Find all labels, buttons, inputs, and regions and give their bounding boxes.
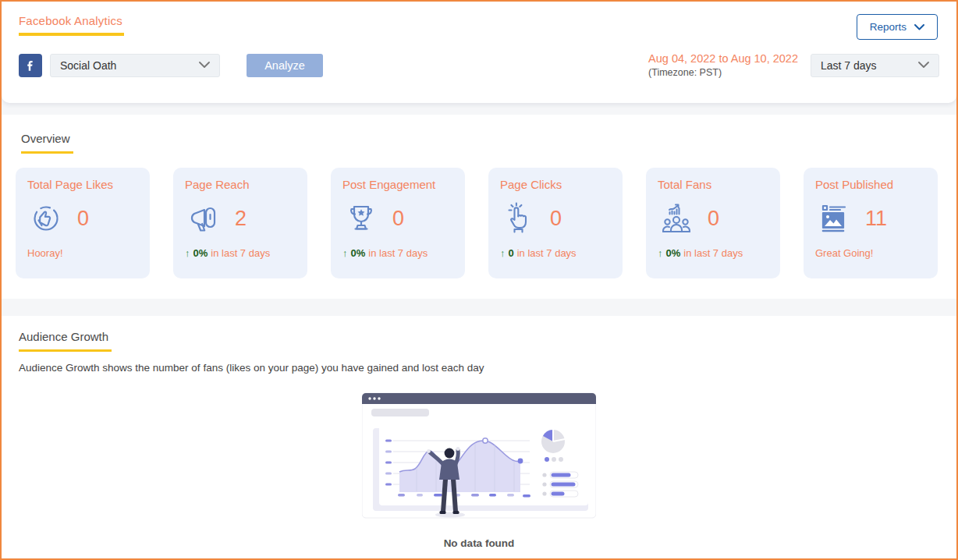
facebook-icon	[19, 54, 42, 77]
image-post-icon	[815, 200, 853, 237]
card-title: Post Engagement	[342, 178, 453, 191]
card-value: 0	[708, 207, 719, 231]
overview-cards-row: Total Page Likes 0 Hooray! P	[2, 154, 956, 278]
card-value: 0	[550, 207, 562, 231]
analytics-empty-illustration	[362, 391, 596, 525]
card-value: 0	[77, 207, 89, 231]
date-range: Aug 04, 2022 to Aug 10, 2022	[648, 52, 798, 66]
delta-suffix: in last 7 days	[368, 247, 428, 259]
up-arrow: ↑	[500, 247, 506, 259]
metric-card-page-clicks: Page Clicks 0 ↑ 0 in last 7 days	[488, 168, 623, 278]
status-message: Great Going!	[815, 247, 873, 259]
card-status: Hooray!	[27, 247, 138, 259]
chevron-down-icon	[199, 62, 210, 69]
metric-card-page-reach: Page Reach 2 ↑ 0% in last 7 days	[173, 168, 307, 278]
metric-card-total-page-likes: Total Page Likes 0 Hooray!	[16, 168, 150, 278]
card-status: ↑ 0% in last 7 days	[342, 247, 453, 259]
chevron-down-icon	[918, 62, 929, 69]
card-status: ↑ 0 in last 7 days	[500, 247, 611, 259]
megaphone-icon	[185, 200, 222, 237]
up-arrow: ↑	[185, 247, 190, 259]
account-select-value: Social Oath	[60, 59, 116, 72]
overview-heading: Overview	[21, 132, 73, 154]
card-title: Page Reach	[185, 178, 296, 191]
delta-suffix: in last 7 days	[517, 247, 577, 259]
page-title: Facebook Analytics	[19, 12, 124, 36]
analyze-button[interactable]: Analyze	[247, 54, 323, 77]
card-title: Total Fans	[658, 178, 768, 191]
metric-card-post-engagement: Post Engagement 0 ↑ 0%	[331, 168, 465, 278]
period-select[interactable]: Last 7 days	[811, 54, 939, 77]
card-title: Total Page Likes	[27, 178, 138, 191]
card-title: Page Clicks	[500, 178, 611, 191]
audience-growth-heading: Audience Growth	[19, 330, 112, 352]
thumbs-up-icon	[27, 200, 65, 237]
click-finger-icon	[500, 200, 538, 237]
card-status: ↑ 0% in last 7 days	[185, 247, 296, 259]
up-arrow: ↑	[342, 247, 348, 259]
card-value: 2	[235, 207, 247, 231]
card-title: Post Published	[815, 178, 926, 191]
card-status: Great Going!	[815, 247, 926, 259]
status-message: Hooray!	[27, 247, 63, 259]
empty-state-text: No data found	[19, 537, 939, 549]
fans-group-icon	[658, 200, 695, 237]
delta-suffix: in last 7 days	[211, 247, 270, 259]
delta-value: 0%	[666, 247, 681, 259]
delta-value: 0	[509, 247, 514, 259]
audience-growth-description: Audience Growth shows the number of fans…	[19, 362, 939, 374]
delta-suffix: in last 7 days	[683, 247, 743, 259]
trophy-icon	[342, 200, 380, 237]
chevron-down-icon	[914, 24, 924, 30]
card-status: ↑ 0% in last 7 days	[658, 247, 768, 259]
reports-button[interactable]: Reports	[857, 14, 938, 40]
up-arrow: ↑	[658, 247, 663, 259]
audience-growth-section: Audience Growth Audience Growth shows th…	[2, 316, 956, 558]
timezone-label: (Timezone: PST)	[648, 67, 798, 78]
card-value: 0	[392, 207, 404, 231]
header-panel: Facebook Analytics Reports Social Oath A…	[2, 2, 956, 103]
date-range-block: Aug 04, 2022 to Aug 10, 2022 (Timezone: …	[648, 52, 798, 78]
metric-card-total-fans: Total Fans 0	[646, 168, 780, 278]
metric-card-post-published: Post Published 11	[804, 168, 938, 278]
period-select-value: Last 7 days	[821, 59, 877, 72]
reports-button-label: Reports	[870, 21, 907, 33]
delta-value: 0%	[193, 247, 208, 259]
card-value: 11	[865, 207, 887, 231]
account-select[interactable]: Social Oath	[50, 54, 220, 77]
overview-section: Overview Total Page Likes 0 Hooray	[2, 115, 956, 299]
delta-value: 0%	[351, 247, 366, 259]
